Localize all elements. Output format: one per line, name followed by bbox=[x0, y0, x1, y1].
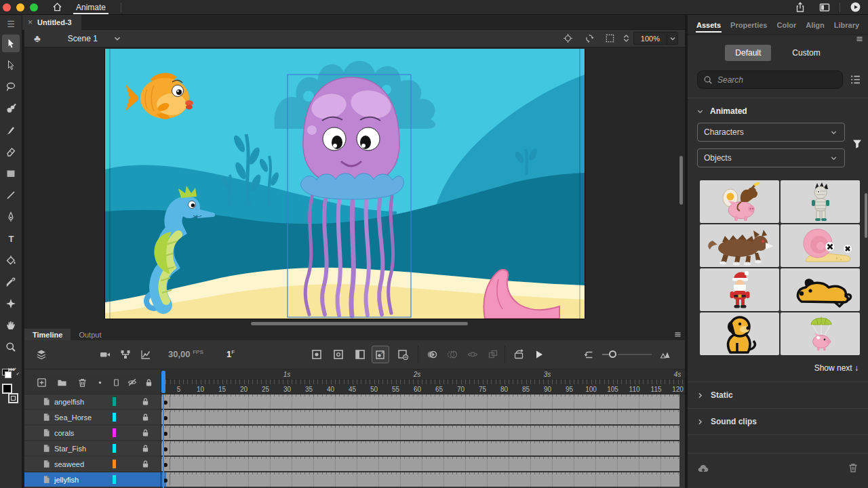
panel-tab-Align[interactable]: Align bbox=[801, 17, 829, 35]
section-Sound clips[interactable]: Sound clips bbox=[688, 409, 868, 435]
insert-keyframe-button[interactable] bbox=[308, 346, 326, 363]
frame-track-seaweed[interactable] bbox=[161, 457, 679, 471]
layer-lock-icon[interactable] bbox=[141, 428, 150, 437]
layer-lock-icon[interactable] bbox=[141, 444, 150, 453]
play-button[interactable] bbox=[530, 346, 548, 363]
timeline-zoom-slider[interactable] bbox=[618, 354, 652, 355]
text-tool[interactable]: T bbox=[2, 230, 20, 247]
window-close-button[interactable] bbox=[3, 3, 11, 12]
pen-tool[interactable] bbox=[2, 208, 20, 226]
asset-thumb-snail[interactable] bbox=[781, 224, 860, 267]
layer-lock-icon[interactable] bbox=[141, 413, 150, 422]
swap-colors-icon[interactable] bbox=[12, 367, 20, 375]
timeline-zoom-handle[interactable] bbox=[609, 350, 616, 358]
layer-row-Star_Fish[interactable]: Star_Fish bbox=[24, 441, 161, 455]
layer-color-chip[interactable] bbox=[113, 444, 116, 453]
layer-color-chip[interactable] bbox=[113, 460, 116, 468]
loop-playback-button[interactable] bbox=[510, 346, 528, 363]
line-tool[interactable] bbox=[2, 186, 20, 204]
layer-color-chip[interactable] bbox=[113, 475, 116, 484]
frame-track-jellyfish[interactable] bbox=[161, 472, 679, 487]
delete-layer-button[interactable] bbox=[76, 376, 88, 388]
timeline-ruler[interactable]: 1s2s3s4s 5101520253035404550556065707580… bbox=[161, 369, 685, 394]
mode-button-Default[interactable]: Default bbox=[725, 45, 771, 61]
lock-layers-toggle[interactable] bbox=[142, 376, 155, 388]
edit-multiple-frames-button[interactable] bbox=[464, 346, 481, 363]
assets-panel-menu-icon[interactable] bbox=[855, 35, 864, 484]
asset-thumb-wolf[interactable] bbox=[700, 224, 779, 267]
asset-warp-tool[interactable] bbox=[2, 295, 20, 312]
section-Static[interactable]: Static bbox=[688, 382, 868, 409]
window-minimize-button[interactable] bbox=[16, 3, 24, 12]
fps-value[interactable]: 30,00 FPS bbox=[168, 349, 203, 359]
graph-editor-icon[interactable] bbox=[137, 346, 155, 363]
add-layer-button[interactable] bbox=[35, 376, 47, 388]
rectangle-tool[interactable] bbox=[2, 165, 20, 182]
rotate-view-icon[interactable] bbox=[584, 33, 594, 43]
timeline-panel-menu-icon[interactable] bbox=[673, 330, 682, 339]
playhead-line[interactable] bbox=[163, 394, 164, 488]
section-animated[interactable]: Animated bbox=[696, 106, 868, 116]
add-folder-button[interactable] bbox=[56, 376, 68, 388]
layer-color-chip[interactable] bbox=[113, 397, 116, 406]
timeline-tab-Timeline[interactable]: Timeline bbox=[24, 329, 71, 340]
lasso-tool[interactable] bbox=[2, 78, 20, 96]
layer-color-chip[interactable] bbox=[113, 428, 116, 437]
filter-dropdown-characters[interactable]: Characters bbox=[697, 123, 845, 142]
panel-scrollbar[interactable] bbox=[865, 193, 867, 238]
home-icon[interactable] bbox=[50, 2, 64, 12]
mode-button-Custom[interactable]: Custom bbox=[782, 45, 830, 61]
center-stage-icon[interactable] bbox=[563, 33, 573, 43]
asset-thumb-monkey-on-pig[interactable] bbox=[700, 180, 779, 223]
asset-thumb-dog-sitting[interactable] bbox=[700, 312, 779, 355]
upload-asset-icon[interactable] bbox=[697, 462, 709, 474]
search-input[interactable] bbox=[717, 75, 837, 85]
fill-color-swatch[interactable] bbox=[8, 393, 18, 403]
stage-canvas[interactable] bbox=[105, 49, 585, 319]
highlight-layers-toggle[interactable] bbox=[94, 376, 106, 388]
eyedropper-tool[interactable] bbox=[2, 273, 20, 291]
zoom-level-control[interactable]: 100% bbox=[633, 32, 678, 45]
panel-tab-Properties[interactable]: Properties bbox=[726, 17, 772, 35]
default-colors-icon[interactable] bbox=[2, 369, 9, 375]
classic-brush-tool[interactable] bbox=[2, 121, 20, 139]
insert-frame-button[interactable] bbox=[351, 346, 369, 363]
zoom-stepper-icon[interactable] bbox=[622, 33, 631, 43]
workspace-icon[interactable] bbox=[819, 2, 830, 13]
frame-track-Star_Fish[interactable] bbox=[161, 441, 679, 455]
filter-icon[interactable] bbox=[852, 138, 863, 149]
show-next-link[interactable]: Show next ↓ bbox=[688, 363, 859, 373]
hand-tool[interactable] bbox=[2, 317, 20, 334]
canvas-pasteboard[interactable] bbox=[24, 47, 685, 329]
layer-color-chip[interactable] bbox=[113, 413, 116, 422]
layer-lock-icon[interactable] bbox=[141, 397, 150, 406]
zoom-tool[interactable] bbox=[2, 338, 20, 356]
canvas-vertical-scrollbar[interactable] bbox=[679, 156, 683, 205]
zoom-level-chevron-icon[interactable] bbox=[667, 33, 677, 44]
subselection-tool[interactable] bbox=[2, 56, 20, 74]
tools-panel-menu-icon[interactable]: ☰ bbox=[7, 15, 15, 33]
test-movie-icon[interactable] bbox=[850, 1, 861, 13]
layers-view-icon[interactable] bbox=[33, 346, 50, 363]
share-icon[interactable] bbox=[795, 2, 806, 13]
remove-frames-button[interactable] bbox=[394, 346, 412, 363]
outline-layers-toggle[interactable] bbox=[110, 376, 122, 388]
auto-keyframe-button[interactable] bbox=[372, 346, 389, 363]
onion-skin-outline-button[interactable] bbox=[443, 346, 461, 363]
show-hide-layers-toggle[interactable] bbox=[126, 376, 138, 388]
asset-thumb-santa[interactable] bbox=[700, 268, 779, 311]
layer-row-seaweed[interactable]: seaweed bbox=[24, 457, 161, 471]
camera-icon[interactable] bbox=[96, 346, 114, 363]
resize-frame-view-icon[interactable] bbox=[656, 346, 674, 363]
onion-skin-button[interactable] bbox=[423, 346, 441, 363]
selection-tool[interactable] bbox=[2, 35, 20, 52]
panel-tab-Library[interactable]: Library bbox=[829, 17, 864, 35]
paint-bucket-tool[interactable] bbox=[2, 251, 20, 269]
close-document-icon[interactable]: × bbox=[28, 18, 33, 27]
timeline-zoom-minus[interactable] bbox=[602, 354, 609, 355]
clip-content-icon[interactable] bbox=[605, 33, 615, 43]
frame-track-angelfish[interactable] bbox=[161, 394, 679, 409]
layer-row-jellyfish[interactable]: jellyfish bbox=[24, 472, 161, 487]
asset-thumb-mummy[interactable] bbox=[781, 180, 860, 223]
frame-track-Sea_Horse[interactable] bbox=[161, 410, 679, 424]
